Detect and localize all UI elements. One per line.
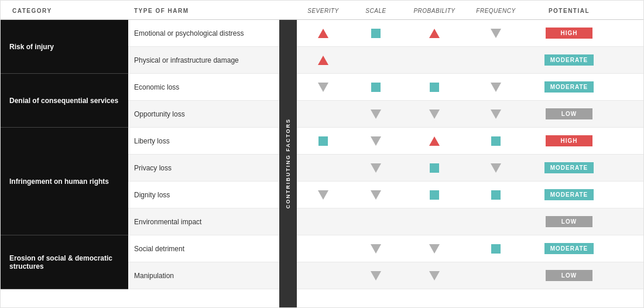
table-row: HIGH [297,20,643,47]
potential-cell: MODERATE [525,162,613,173]
scale-cell [350,190,402,200]
table-row: MODERATE [297,235,643,262]
potential-badge: HIGH [546,28,592,39]
potential-badge: MODERATE [544,189,594,200]
type-cell: Environmental impact [128,208,279,235]
frequency-cell [467,83,525,92]
type-cell: Opportunity loss [128,101,279,128]
scale-cell [350,271,402,280]
severity-header: Severity [307,8,338,14]
scale-header: Scale [365,8,386,14]
category-cell-erosion-social: Erosion of social & democratic structure… [1,235,128,289]
frequency-cell [467,109,525,119]
potential-badge: LOW [546,270,592,281]
potential-header: POTENTIAL [549,8,590,14]
type-cell: Dignity loss [128,182,279,208]
potential-badge: LOW [546,108,592,119]
category-cell-denial-of-consequential: Denial of consequential services [1,74,128,128]
table-row: LOW [297,101,643,128]
potential-cell: LOW [525,216,613,227]
potential-cell: MODERATE [525,189,613,200]
table-row: MODERATE [297,47,643,74]
probability-cell [402,29,467,38]
probability-cell [402,83,467,92]
potential-cell: MODERATE [525,243,613,254]
probability-cell [402,109,467,119]
type-cell: Emotional or psychological distress [128,20,279,47]
potential-cell: LOW [525,108,613,119]
potential-badge: MODERATE [544,243,594,254]
type-header: TYPE OF HARM [134,8,189,14]
category-column: Risk of injuryDenial of consequential se… [1,20,128,307]
table-body: Risk of injuryDenial of consequential se… [1,20,643,307]
frequency-cell [467,244,525,254]
type-cell: Physical or infrastructure damage [128,47,279,74]
potential-cell: HIGH [525,135,613,146]
potential-badge: HIGH [546,135,592,146]
contributing-column: CONTRIBUTING FACTORS [279,20,297,307]
scale-cell [350,136,402,146]
potential-badge: MODERATE [544,54,594,66]
table-header: CATEGORY TYPE OF HARM Severity Scale Pro… [1,1,643,20]
severity-cell [297,29,350,38]
probability-cell [402,190,467,200]
potential-cell: LOW [525,270,613,281]
table-row: MODERATE [297,155,643,182]
table-row: MODERATE [297,74,643,101]
potential-cell: MODERATE [525,81,613,93]
probability-cell [402,163,467,173]
category-cell-risk-of-injury: Risk of injury [1,20,128,74]
type-column: Emotional or psychological distressPhysi… [128,20,279,307]
potential-badge: MODERATE [544,81,594,93]
severity-cell [297,56,350,65]
probability-cell [402,271,467,280]
frequency-cell [467,29,525,38]
type-cell: Manipulation [128,262,279,289]
type-cell: Economic loss [128,74,279,101]
type-cell: Social detriment [128,235,279,262]
severity-cell [297,190,350,200]
table-row: HIGH [297,128,643,155]
main-table: CATEGORY TYPE OF HARM Severity Scale Pro… [0,0,644,308]
data-columns: HIGHMODERATEMODERATELOWHIGHMODERATEMODER… [297,20,643,307]
potential-badge: LOW [546,216,592,227]
potential-cell: MODERATE [525,54,613,66]
table-row: MODERATE [297,182,643,208]
severity-cell [297,136,350,146]
scale-cell [350,109,402,119]
potential-cell: HIGH [525,28,613,39]
type-cell: Liberty loss [128,128,279,155]
type-cell: Privacy loss [128,155,279,182]
scale-cell [350,163,402,173]
frequency-header: Frequency [476,8,515,14]
frequency-cell [467,136,525,146]
frequency-cell [467,163,525,173]
probability-header: Probability [413,8,455,14]
table-row: LOW [297,208,643,235]
category-header: CATEGORY [12,8,52,14]
potential-badge: MODERATE [544,162,594,173]
severity-cell [297,83,350,92]
probability-cell [402,136,467,146]
category-cell-infringement-human-rights: Infringement on human rights [1,128,128,235]
scale-cell [350,244,402,254]
scale-cell [350,29,402,38]
frequency-cell [467,190,525,200]
scale-cell [350,83,402,92]
contributing-label: CONTRIBUTING FACTORS [285,118,291,208]
probability-cell [402,244,467,254]
table-row: LOW [297,262,643,289]
